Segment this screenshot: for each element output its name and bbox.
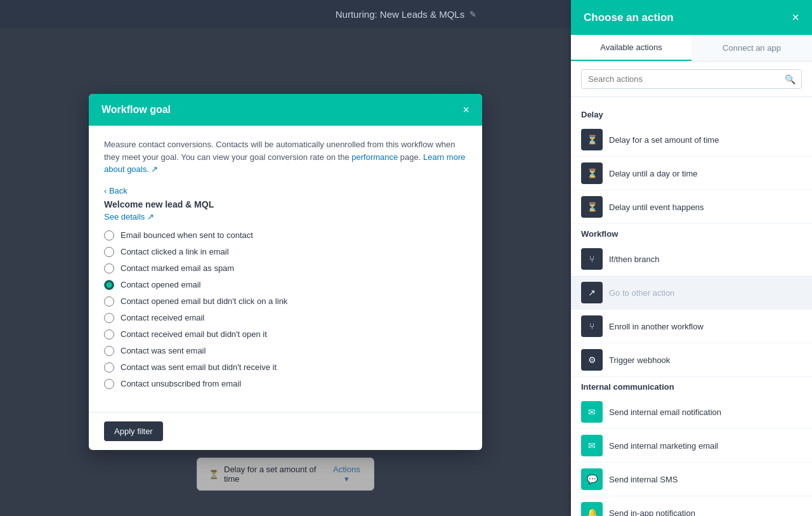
action-icon: ✉ — [581, 435, 603, 456]
modal-title: Workflow goal — [102, 104, 171, 116]
right-panel: Choose an action × Available actions Con… — [571, 0, 812, 516]
action-item[interactable]: ⚙Trigger webhook — [571, 343, 812, 377]
modal-section-title: Welcome new lead & MQL — [104, 199, 467, 209]
action-label: Delay until a day or time — [609, 169, 697, 178]
radio-item[interactable]: Contact received email but didn't open i… — [104, 329, 467, 340]
tab-connect-app[interactable]: Connect an app — [691, 35, 812, 61]
modal-description: Measure contact conversions. Contacts wi… — [104, 138, 467, 176]
modal-header: Workflow goal × — [89, 94, 482, 126]
radio-item[interactable]: Email bounced when sent to contact — [104, 230, 467, 241]
panel-content: Delay⏳Delay for a set amount of time⏳Del… — [571, 97, 812, 516]
action-icon: ⏳ — [581, 129, 603, 150]
modal-close-button[interactable]: × — [462, 104, 469, 116]
search-input[interactable] — [581, 69, 802, 89]
action-label: If/then branch — [609, 255, 660, 264]
action-icon: ✉ — [581, 401, 603, 423]
action-section-label: Internal communication — [571, 377, 812, 395]
action-label: Go to other action — [609, 288, 674, 298]
action-icon: ⏳ — [581, 162, 603, 184]
action-item[interactable]: ⏳Delay for a set amount of time — [571, 123, 812, 157]
action-label: Delay for a set amount of time — [609, 135, 719, 145]
action-label: Trigger webhook — [609, 355, 670, 365]
radio-item[interactable]: Contact opened email but didn't click on… — [104, 296, 467, 307]
panel-tabs: Available actions Connect an app — [571, 35, 812, 62]
action-item[interactable]: ⑂If/then branch — [571, 242, 812, 276]
right-panel-title: Choose an action — [584, 11, 674, 24]
action-item[interactable]: 🔔Send in-app notification — [571, 496, 812, 516]
action-item[interactable]: ✉Send internal email notification — [571, 395, 812, 429]
right-panel-close-button[interactable]: × — [792, 10, 799, 25]
modal-footer: Apply filter — [89, 412, 482, 450]
radio-item[interactable]: Contact was sent email — [104, 346, 467, 356]
action-item[interactable]: ✉Send internal marketing email — [571, 429, 812, 463]
action-icon: 💬 — [581, 468, 603, 490]
tab-available-actions[interactable]: Available actions — [571, 35, 691, 61]
radio-item[interactable]: Contact opened email — [104, 280, 467, 290]
radio-item[interactable]: Contact unsubscribed from email — [104, 379, 467, 389]
radio-item[interactable]: Contact was sent email but didn't receiv… — [104, 362, 467, 373]
search-icon: 🔍 — [785, 74, 796, 84]
action-icon: ⑂ — [581, 248, 603, 270]
action-item[interactable]: ⏳Delay until a day or time — [571, 157, 812, 190]
see-details-link[interactable]: See details ↗ — [104, 212, 467, 222]
action-item: ↗Go to other action — [571, 276, 812, 310]
action-label: Enroll in another workflow — [609, 322, 704, 331]
action-label: Send in-app notification — [609, 508, 695, 517]
edit-icon[interactable]: ✎ — [469, 10, 476, 19]
radio-item[interactable]: Contact received email — [104, 313, 467, 323]
apply-filter-button[interactable]: Apply filter — [104, 421, 163, 441]
action-label: Send internal SMS — [609, 475, 678, 484]
action-item[interactable]: ⑂Enroll in another workflow — [571, 310, 812, 343]
action-item[interactable]: 💬Send internal SMS — [571, 463, 812, 496]
radio-list: Email bounced when sent to contact Conta… — [104, 230, 467, 389]
action-label: Send internal email notification — [609, 407, 721, 417]
action-icon: ⑂ — [581, 315, 603, 337]
action-icon: ⏳ — [581, 196, 603, 218]
back-button[interactable]: ‹ Back — [104, 186, 128, 195]
action-icon: 🔔 — [581, 502, 603, 516]
action-label: Delay until event happens — [609, 202, 704, 212]
action-item[interactable]: ⏳Delay until event happens — [571, 190, 812, 224]
panel-search-area: 🔍 — [571, 62, 812, 97]
action-section-label: Workflow — [571, 224, 812, 242]
radio-item[interactable]: Contact clicked a link in email — [104, 247, 467, 257]
modal-overlay: Workflow goal × Measure contact conversi… — [0, 28, 571, 516]
modal-body: Measure contact conversions. Contacts wi… — [89, 126, 482, 412]
right-panel-header: Choose an action × — [571, 0, 812, 35]
radio-item[interactable]: Contact marked email as spam — [104, 263, 467, 274]
action-icon: ⚙ — [581, 349, 603, 371]
workflow-goal-modal: Workflow goal × Measure contact conversi… — [89, 94, 482, 450]
action-label: Send internal marketing email — [609, 441, 718, 451]
action-section-label: Delay — [571, 105, 812, 123]
action-icon: ↗ — [581, 282, 603, 303]
performance-link[interactable]: performance — [351, 152, 398, 162]
workflow-title: Nurturing: New Leads & MQLs — [336, 9, 464, 20]
